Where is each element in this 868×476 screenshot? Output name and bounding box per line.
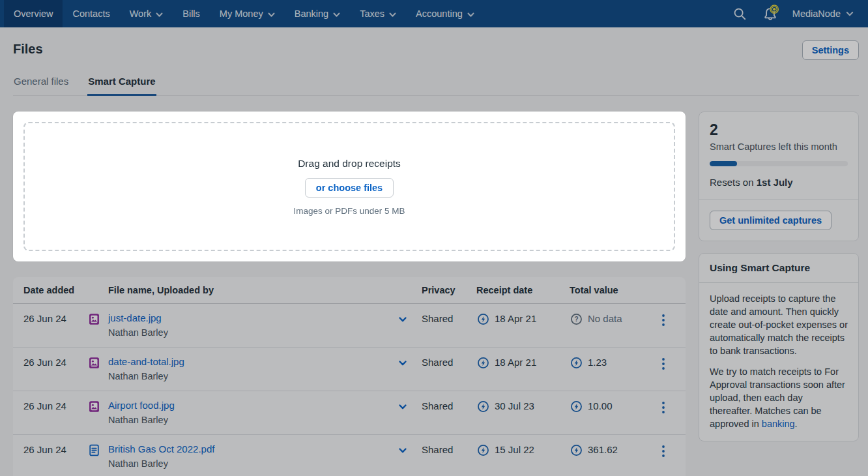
help-paragraph: We try to match receipts to For Approval…	[710, 365, 848, 430]
tab-bar: General files Smart Capture	[13, 72, 859, 96]
notification-bell-icon[interactable]	[759, 1, 783, 26]
nav-item-label: Overview	[14, 8, 53, 19]
dropzone-hint: Images or PDFs under 5 MB	[293, 206, 405, 216]
resets-prefix: Resets on	[710, 177, 757, 188]
tab-general-files[interactable]: General files	[13, 72, 69, 96]
chevron-down-icon	[467, 9, 474, 20]
receipt-date-cell: 30 Jul 23	[476, 400, 570, 415]
upload-card: Drag and drop receipts or choose files I…	[13, 112, 686, 261]
receipt-date-cell: 18 Apr 21	[476, 312, 570, 328]
chevron-down-icon	[156, 9, 163, 20]
total-value-cell: ? 10.00	[570, 400, 652, 415]
row-menu-kebab-icon[interactable]	[652, 312, 675, 327]
page-title: Files	[13, 40, 43, 57]
nav-item-work[interactable]: Work	[120, 0, 173, 27]
help-paragraph: Upload receipts to capture the date and …	[710, 292, 848, 357]
file-cell: Airport food.jpg Nathan Barley	[108, 400, 398, 425]
table-row: 26 Jun 24 British Gas Oct 2022.pdf Natha…	[13, 435, 686, 476]
image-file-icon	[87, 356, 101, 370]
choose-files-button[interactable]: or choose files	[305, 178, 394, 198]
row-menu-kebab-icon[interactable]	[652, 443, 675, 458]
nav-menu: Overview Contacts Work Bills My Money Ba…	[0, 0, 484, 27]
help-card-title: Using Smart Capture	[699, 254, 858, 283]
file-type-cell	[87, 312, 108, 329]
image-file-icon	[87, 312, 101, 326]
nav-item-label: Taxes	[360, 8, 384, 19]
total-value: 1.23	[588, 356, 607, 368]
dropzone-title: Drag and drop receipts	[298, 158, 401, 170]
nav-item-overview[interactable]: Overview	[4, 0, 63, 27]
tab-smart-capture[interactable]: Smart Capture	[87, 72, 156, 96]
nav-item-bills[interactable]: Bills	[173, 0, 210, 27]
get-unlimited-captures-button[interactable]: Get unlimited captures	[710, 211, 832, 230]
file-type-cell	[87, 356, 108, 372]
uploaded-by: Nathan Barley	[108, 371, 398, 381]
table-row: 26 Jun 24 date-and-total.jpg Nathan Barl…	[13, 348, 686, 391]
privacy-value: Shared	[422, 400, 476, 411]
file-name-link[interactable]: Airport food.jpg	[108, 400, 175, 411]
nav-item-accounting[interactable]: Accounting	[406, 0, 484, 27]
table-row: 26 Jun 24 Airport food.jpg Nathan Barley…	[13, 391, 686, 435]
date-added: 26 Jun 24	[23, 312, 87, 324]
smart-capture-flash-icon	[570, 443, 583, 459]
search-icon[interactable]	[727, 1, 752, 26]
col-header-file-name: File name, Uploaded by	[108, 277, 398, 303]
top-nav: Overview Contacts Work Bills My Money Ba…	[0, 0, 868, 27]
nav-item-taxes[interactable]: Taxes	[350, 0, 406, 27]
file-type-cell	[87, 400, 108, 416]
row-expand-chevron-icon[interactable]	[398, 356, 422, 369]
image-file-icon	[87, 400, 101, 413]
file-name-link[interactable]: date-and-total.jpg	[108, 356, 184, 367]
file-name-link[interactable]: just-date.jpg	[108, 312, 162, 323]
col-header-privacy: Privacy	[422, 277, 476, 303]
account-name: MediaNode	[792, 8, 841, 19]
row-expand-chevron-icon[interactable]	[398, 400, 422, 413]
smart-capture-flash-icon	[476, 356, 490, 372]
no-data-question-icon: ?	[570, 312, 583, 326]
total-value-cell: ? 1.23	[570, 356, 652, 372]
nav-item-banking[interactable]: Banking	[285, 0, 350, 27]
row-expand-chevron-icon[interactable]	[398, 312, 422, 325]
chevron-down-icon	[268, 9, 275, 20]
receipt-date-value: 18 Apr 21	[495, 312, 536, 324]
col-header-total-value: Total value	[570, 277, 652, 303]
file-cell: date-and-total.jpg Nathan Barley	[108, 356, 398, 381]
smart-capture-flash-icon	[476, 400, 490, 415]
uploaded-by: Nathan Barley	[108, 415, 398, 425]
nav-item-my-money[interactable]: My Money	[210, 0, 285, 27]
chevron-down-icon	[389, 9, 396, 20]
page-header: Files Settings	[13, 27, 859, 60]
captures-progress-fill	[710, 161, 737, 166]
file-name-link[interactable]: British Gas Oct 2022.pdf	[108, 443, 214, 454]
nav-item-label: Contacts	[72, 8, 109, 19]
settings-button[interactable]: Settings	[802, 40, 859, 60]
captures-count: 2	[710, 121, 848, 139]
total-value: 10.00	[588, 400, 613, 411]
nav-item-label: Work	[130, 8, 152, 19]
account-menu[interactable]: MediaNode	[790, 8, 856, 19]
total-value: 361.62	[588, 443, 618, 455]
date-added: 26 Jun 24	[23, 400, 87, 411]
privacy-value: Shared	[422, 443, 476, 455]
col-header-receipt-date: Receipt date	[476, 277, 570, 303]
row-menu-kebab-icon[interactable]	[652, 400, 675, 414]
file-cell: British Gas Oct 2022.pdf Nathan Barley	[108, 443, 398, 469]
row-menu-kebab-icon[interactable]	[652, 356, 675, 370]
document-file-icon	[87, 443, 101, 457]
smart-capture-flash-icon	[476, 312, 490, 328]
dropzone[interactable]: Drag and drop receipts or choose files I…	[23, 122, 675, 251]
receipt-date-value: 15 Jul 22	[495, 443, 534, 455]
nav-item-contacts[interactable]: Contacts	[63, 0, 119, 27]
chevron-down-icon	[333, 9, 340, 20]
receipt-date-cell: 15 Jul 22	[476, 443, 570, 459]
row-expand-chevron-icon[interactable]	[398, 443, 422, 456]
banking-link[interactable]: banking	[762, 419, 795, 429]
nav-utilities: MediaNode	[727, 0, 868, 27]
receipt-date-cell: 18 Apr 21	[476, 356, 570, 372]
privacy-value: Shared	[422, 356, 476, 368]
sidebar: 2 Smart Captures left this month Resets …	[699, 112, 859, 441]
resets-text: Resets on 1st July	[710, 177, 848, 188]
smart-capture-flash-icon	[570, 400, 583, 415]
date-added: 26 Jun 24	[23, 443, 87, 455]
svg-text:?: ?	[574, 316, 578, 323]
